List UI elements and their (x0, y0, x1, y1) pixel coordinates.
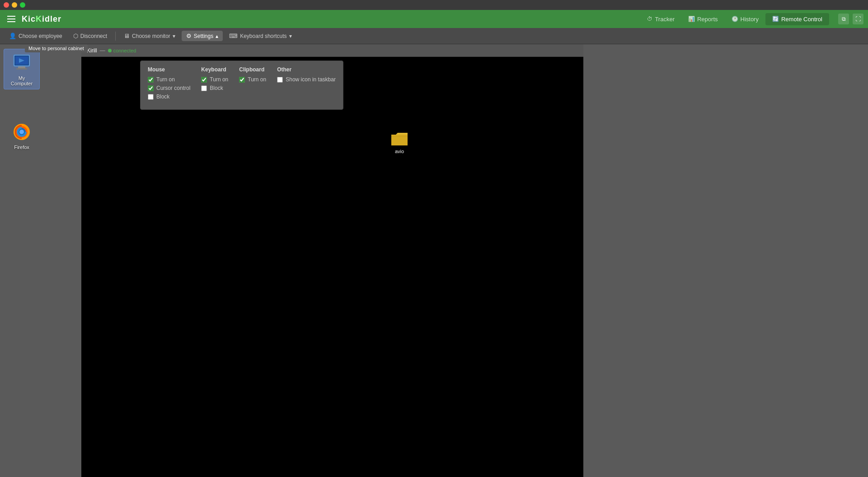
clipboard-turn-on-item[interactable]: Turn on (239, 76, 266, 83)
choose-employee-button[interactable]: 👤 Choose employee (5, 31, 67, 41)
settings-dropdown-icon: ▴ (216, 33, 218, 39)
other-section: Other Show icon in taskbar (277, 66, 336, 102)
mouse-block-checkbox[interactable] (148, 94, 154, 100)
mouse-cursor-label: Cursor control (156, 85, 190, 91)
other-show-icon-label: Show icon in taskbar (286, 76, 336, 83)
nav-items: ⏱ Tracker 📊 Reports 🕐 History 🔄 Remote C… (640, 13, 829, 25)
nav-tracker-label: Tracker (655, 16, 675, 23)
svg-rect-3 (16, 68, 27, 70)
settings-dropdown-panel: Mouse Turn on Cursor control Block Keybo… (140, 61, 343, 110)
mouse-cursor-control-item[interactable]: Cursor control (148, 85, 190, 91)
choose-monitor-button[interactable]: 🖥 Choose monitor ▾ (119, 31, 180, 41)
monitor-icon: 🖥 (124, 33, 130, 39)
nav-history[interactable]: 🕐 History (725, 13, 765, 25)
left-sidebar: My Computer Firefox (0, 44, 81, 477)
avio-folder-label: avio (395, 149, 404, 154)
keyboard-block-label: Block (210, 85, 223, 91)
tracker-icon: ⏱ (647, 16, 652, 22)
clipboard-section-title: Clipboard (239, 66, 266, 73)
history-icon: 🕐 (732, 16, 738, 22)
toolbar-right: ⧉ ⛶ (838, 14, 863, 24)
clipboard-section: Clipboard Turn on (239, 66, 266, 102)
firefox-label: Firefox (14, 145, 29, 150)
nav-reports[interactable]: 📊 Reports (681, 13, 725, 25)
restore-button[interactable]: ⧉ (838, 14, 849, 24)
employee-icon: 👤 (9, 33, 16, 39)
remote-header: Kirill — connected (81, 44, 583, 57)
svg-rect-10 (391, 135, 408, 145)
keyboard-section: Keyboard Turn on Block (201, 66, 228, 102)
firefox-icon-item[interactable]: Firefox (4, 118, 40, 153)
mouse-section: Mouse Turn on Cursor control Block (148, 66, 190, 102)
settings-button[interactable]: ⚙ Settings ▴ (182, 31, 223, 41)
my-computer-label: My Computer (7, 75, 37, 86)
subtoolbar: Move to personal cabinet 👤 Choose employ… (0, 28, 868, 44)
clipboard-turn-on-label: Turn on (248, 76, 266, 83)
folder-svg (390, 131, 408, 147)
other-section-title: Other (277, 66, 336, 73)
monitor-dropdown-icon: ▾ (173, 33, 175, 39)
nav-reports-label: Reports (697, 16, 718, 23)
nav-remote-control-label: Remote Control (781, 16, 822, 23)
keyboard-shortcuts-label: Keyboard shortcuts (240, 33, 286, 39)
remote-control-icon: 🔄 (772, 16, 779, 22)
right-space (583, 44, 868, 477)
svg-rect-2 (18, 66, 25, 68)
keyboard-section-title: Keyboard (201, 66, 228, 73)
other-show-icon-item[interactable]: Show icon in taskbar (277, 76, 336, 83)
nav-remote-control[interactable]: 🔄 Remote Control (765, 13, 829, 25)
main-content: My Computer Firefox Kirill — connec (0, 44, 868, 477)
mouse-cursor-checkbox[interactable] (148, 85, 154, 91)
app-logo: KicKidler (22, 14, 61, 24)
choose-monitor-label: Choose monitor (132, 33, 170, 39)
keyboard-turn-on-item[interactable]: Turn on (201, 76, 228, 83)
avio-folder-icon[interactable]: avio (389, 129, 410, 156)
disconnect-button[interactable]: ⬡ Disconnect (69, 31, 112, 41)
fullscreen-button[interactable]: ⛶ (853, 14, 863, 24)
mouse-turn-on-checkbox[interactable] (148, 77, 154, 83)
keyboard-turn-on-label: Turn on (210, 76, 228, 83)
keyboard-shortcuts-button[interactable]: ⌨ Keyboard shortcuts ▾ (225, 31, 296, 41)
title-bar (0, 0, 868, 10)
choose-employee-label: Choose employee (19, 33, 62, 39)
status-dot (108, 49, 112, 52)
nav-history-label: History (741, 16, 759, 23)
remote-screen[interactable]: avio (81, 57, 583, 477)
keyboard-block-item[interactable]: Block (201, 85, 228, 91)
close-button[interactable] (4, 2, 9, 8)
remote-status: connected (113, 48, 136, 53)
hamburger-menu[interactable] (5, 12, 18, 26)
main-toolbar: KicKidler ⏱ Tracker 📊 Reports 🕐 History … (0, 10, 868, 28)
mouse-turn-on-item[interactable]: Turn on (148, 76, 190, 83)
firefox-svg (12, 122, 32, 142)
remote-separator: — (100, 47, 105, 54)
reports-icon: 📊 (688, 16, 695, 22)
my-computer-icon[interactable]: My Computer (4, 49, 40, 89)
keyboard-icon: ⌨ (229, 33, 238, 39)
settings-label: Settings (194, 33, 213, 39)
disconnect-icon: ⬡ (73, 33, 78, 39)
maximize-button[interactable] (20, 2, 25, 8)
clipboard-turn-on-checkbox[interactable] (239, 77, 245, 83)
keyboard-dropdown-icon: ▾ (289, 33, 292, 39)
remote-username: Kirill (87, 47, 97, 54)
mouse-section-title: Mouse (148, 66, 190, 73)
mouse-block-label: Block (156, 94, 169, 100)
mouse-block-item[interactable]: Block (148, 94, 190, 100)
keyboard-block-checkbox[interactable] (201, 85, 207, 91)
settings-icon: ⚙ (186, 33, 192, 39)
svg-point-9 (19, 130, 24, 134)
computer-icon-image (11, 52, 33, 74)
firefox-icon-image (11, 121, 33, 143)
nav-tracker[interactable]: ⏱ Tracker (640, 13, 681, 25)
minimize-button[interactable] (12, 2, 17, 8)
keyboard-turn-on-checkbox[interactable] (201, 77, 207, 83)
computer-svg (11, 52, 33, 74)
disconnect-label: Disconnect (80, 33, 107, 39)
other-show-icon-checkbox[interactable] (277, 77, 283, 83)
separator-1 (115, 32, 116, 41)
mouse-turn-on-label: Turn on (156, 76, 175, 83)
